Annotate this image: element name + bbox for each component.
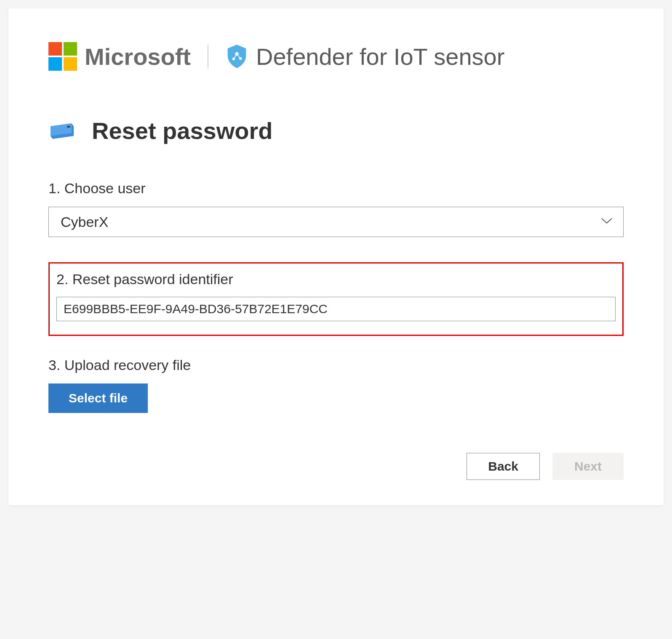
user-select-wrap: CyberX [48, 207, 624, 237]
step-1-section: 1. Choose user CyberX [48, 180, 624, 237]
step-1-label: 1. Choose user [48, 180, 624, 197]
product-name: Defender for IoT sensor [256, 43, 504, 70]
reset-identifier-input[interactable] [56, 297, 616, 321]
step-2-highlight: 2. Reset password identifier [48, 262, 624, 336]
next-button: Next [552, 453, 624, 480]
microsoft-logo-icon [48, 42, 77, 71]
footer: Back Next [48, 453, 624, 480]
select-file-button[interactable]: Select file [48, 383, 148, 413]
page-title: Reset password [92, 117, 273, 144]
reset-password-card: Microsoft Defender for IoT sensor Reset … [8, 8, 664, 505]
step-3-label: 3. Upload recovery file [48, 357, 624, 373]
header: Microsoft Defender for IoT sensor [48, 42, 624, 71]
step-3-section: 3. Upload recovery file Select file [48, 357, 624, 413]
user-select-value: CyberX [61, 214, 108, 230]
title-row: Reset password [48, 117, 624, 144]
back-button[interactable]: Back [467, 453, 540, 480]
shield-icon [225, 44, 248, 69]
divider [208, 45, 208, 68]
step-2-label: 2. Reset password identifier [56, 271, 616, 288]
sensor-icon [48, 121, 76, 140]
svg-point-5 [67, 126, 70, 128]
company-name: Microsoft [85, 43, 191, 70]
user-select[interactable]: CyberX [48, 207, 624, 237]
